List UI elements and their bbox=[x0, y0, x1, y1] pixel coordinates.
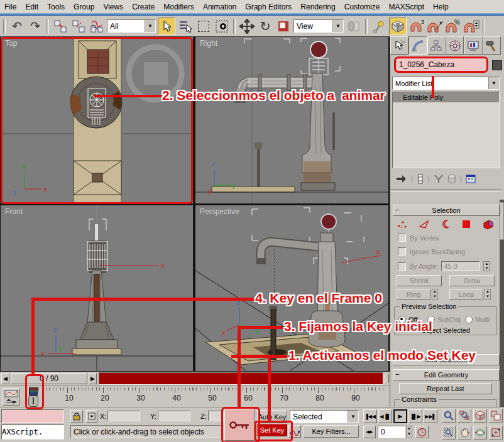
tab-utilities-icon[interactable] bbox=[483, 36, 501, 55]
loop-button[interactable]: Loop bbox=[449, 289, 483, 300]
play-button[interactable]: ▶ bbox=[393, 409, 407, 423]
ignore-backfacing-row[interactable]: Ignore Backfacing bbox=[398, 247, 465, 256]
time-configuration-button[interactable] bbox=[415, 426, 429, 438]
angle-snap-icon[interactable] bbox=[427, 18, 443, 35]
zoom-all-button[interactable] bbox=[457, 409, 471, 423]
viewport-perspective[interactable]: x z x y Perspective bbox=[195, 205, 388, 371]
ignore-backfacing-checkbox[interactable] bbox=[398, 247, 406, 256]
current-frame-field[interactable]: 0 bbox=[378, 426, 405, 438]
timeline-splitter[interactable] bbox=[385, 374, 389, 383]
mini-curve-editor-button[interactable] bbox=[3, 388, 20, 406]
tab-display-icon[interactable] bbox=[464, 36, 482, 55]
y-coordinate-field[interactable] bbox=[158, 411, 190, 421]
menu-group[interactable]: Group bbox=[69, 3, 99, 11]
unlink-selection-icon[interactable] bbox=[70, 18, 87, 35]
repeat-last-button[interactable]: Repeat Last bbox=[399, 383, 492, 394]
zoom-tool-button[interactable] bbox=[442, 409, 456, 423]
tab-motion-icon[interactable] bbox=[446, 36, 464, 55]
modifier-list-dropdown[interactable]: Modifier List ▼ bbox=[392, 77, 500, 90]
spinner-snap-icon[interactable] bbox=[463, 18, 479, 35]
go-to-start-button[interactable]: ▐◀◀ bbox=[363, 409, 377, 423]
key-mode-toggle-button[interactable]: ◀▶ bbox=[363, 426, 376, 438]
stack-item-editable-poly[interactable]: Editable Poly bbox=[393, 92, 499, 102]
by-angle-checkbox[interactable] bbox=[398, 262, 406, 271]
menu-rendering[interactable]: Rendering bbox=[296, 3, 339, 11]
selected-key-filter-dropdown[interactable]: Selected ▼ bbox=[290, 410, 359, 423]
grow-button[interactable]: Grow bbox=[449, 275, 495, 286]
maxscript-listener-line[interactable]: AXScript. bbox=[1, 424, 64, 439]
menu-help[interactable]: Help bbox=[429, 3, 453, 11]
by-angle-spinner[interactable]: ▲▼ bbox=[483, 261, 490, 271]
key-filters-button[interactable]: Key Filters... bbox=[304, 425, 359, 438]
tab-create-icon[interactable] bbox=[390, 36, 408, 55]
select-and-scale-icon[interactable] bbox=[275, 18, 292, 35]
rectangular-selection-region-icon[interactable] bbox=[195, 18, 212, 35]
ring-button[interactable]: Ring bbox=[397, 289, 430, 300]
preview-multi-radio[interactable] bbox=[465, 316, 473, 323]
angle-snap-toggle-icon[interactable]: 3 bbox=[408, 18, 425, 35]
dropdown-arrow-icon[interactable]: ▼ bbox=[332, 20, 343, 32]
select-and-manipulate-icon[interactable] bbox=[371, 18, 387, 35]
menu-animation[interactable]: Animation bbox=[199, 3, 241, 11]
frame-spinner[interactable]: ▲▼ bbox=[406, 426, 412, 438]
menu-customize[interactable]: Customize bbox=[340, 3, 385, 11]
redo-icon[interactable]: ↷ bbox=[27, 18, 43, 35]
shrink-button[interactable]: Shrink bbox=[397, 275, 442, 286]
configure-modifier-sets-icon[interactable] bbox=[466, 174, 477, 184]
make-unique-icon[interactable] bbox=[434, 174, 444, 184]
zoom-extents-button[interactable] bbox=[473, 409, 487, 423]
border-subobject-icon[interactable] bbox=[441, 219, 451, 229]
maximize-viewport-toggle[interactable] bbox=[489, 426, 503, 439]
snaps-toggle-button[interactable] bbox=[389, 18, 407, 35]
arc-rotate-button[interactable] bbox=[473, 426, 487, 439]
select-and-rotate-icon[interactable]: ↻ bbox=[257, 18, 273, 35]
previous-frame-button[interactable]: ◀▐▌ bbox=[378, 409, 392, 423]
pan-button[interactable] bbox=[457, 426, 471, 439]
panel-scrollbar-thumb[interactable] bbox=[500, 202, 504, 240]
by-angle-row[interactable]: By Angle: 45,0 ▲▼ bbox=[398, 261, 490, 271]
menu-graph-editors[interactable]: Graph Editors bbox=[241, 3, 296, 11]
selection-rollout-header[interactable]: − Selection bbox=[393, 205, 500, 216]
dropdown-arrow-icon[interactable]: ▼ bbox=[145, 20, 155, 32]
selection-lock-toggle[interactable] bbox=[70, 410, 83, 423]
edit-geometry-rollout-header[interactable]: − Edit Geometry bbox=[393, 369, 500, 380]
menu-views[interactable]: Views bbox=[99, 3, 128, 11]
viewport-right[interactable]: z y x Right bbox=[195, 37, 388, 203]
region-zoom-button[interactable] bbox=[442, 426, 456, 439]
next-frame-button[interactable]: ▐▌▶ bbox=[408, 409, 422, 423]
select-and-move-icon[interactable] bbox=[239, 18, 255, 35]
time-slider-right-arrow[interactable]: ▶ bbox=[89, 373, 97, 384]
mirror-icon[interactable] bbox=[346, 18, 362, 35]
dropdown-arrow-icon[interactable]: ▼ bbox=[348, 411, 358, 423]
window-crossing-toggle-icon[interactable] bbox=[214, 18, 230, 35]
ring-spinner[interactable]: ▲▼ bbox=[432, 289, 438, 300]
menu-create[interactable]: Create bbox=[128, 3, 159, 11]
tab-modify-icon[interactable] bbox=[408, 36, 427, 55]
reference-coordsys-dropdown[interactable]: View ▼ bbox=[293, 19, 344, 33]
dropdown-arrow-icon[interactable]: ▼ bbox=[488, 77, 499, 89]
time-slider-handle[interactable]: 0 / 90 bbox=[11, 373, 87, 384]
object-name-field[interactable]: 1_0256_Cabeza bbox=[394, 57, 488, 73]
by-vertex-checkbox[interactable] bbox=[398, 234, 406, 242]
polygon-subobject-icon[interactable] bbox=[461, 219, 471, 229]
preview-multi-radio-row[interactable]: Multi bbox=[465, 316, 490, 323]
object-color-swatch[interactable] bbox=[492, 60, 502, 70]
menu-edit[interactable]: Edit bbox=[21, 3, 43, 11]
edge-subobject-icon[interactable] bbox=[419, 219, 430, 229]
tab-hierarchy-icon[interactable] bbox=[427, 36, 446, 55]
undo-icon[interactable]: ↶ bbox=[9, 18, 25, 35]
menu-maxscript[interactable]: MAXScript bbox=[384, 3, 429, 11]
pin-stack-icon[interactable] bbox=[396, 174, 407, 184]
loop-spinner[interactable]: ▲▼ bbox=[485, 289, 491, 300]
select-object-button[interactable] bbox=[158, 18, 175, 35]
modifier-stack-list[interactable]: Editable Poly bbox=[392, 92, 500, 168]
by-vertex-row[interactable]: By Vertex bbox=[398, 234, 439, 242]
time-slider-track-setkey-red[interactable] bbox=[99, 372, 383, 385]
absolute-offset-mode-toggle[interactable] bbox=[86, 410, 97, 423]
remove-modifier-icon[interactable] bbox=[447, 174, 456, 184]
panel-scrollbar[interactable] bbox=[500, 200, 504, 407]
menu-tools[interactable]: Tools bbox=[43, 3, 69, 11]
zoom-extents-all-button[interactable] bbox=[489, 409, 503, 423]
by-angle-field[interactable]: 45,0 bbox=[441, 261, 480, 271]
menu-modifiers[interactable]: Modifiers bbox=[159, 3, 199, 11]
